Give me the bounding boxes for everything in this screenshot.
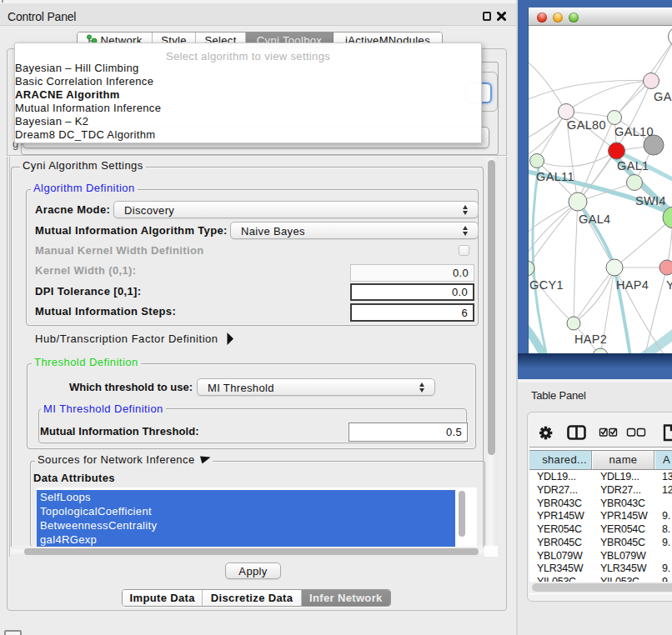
svg-text:HAP2: HAP2 <box>574 332 607 346</box>
svg-text:Y: Y <box>666 278 672 292</box>
svg-text:SWI4: SWI4 <box>635 194 666 208</box>
svg-text:GAL4: GAL4 <box>579 212 610 226</box>
svg-text:HAP4: HAP4 <box>616 278 649 292</box>
svg-text:GAL11: GAL11 <box>536 170 574 183</box>
svg-text:GCY1: GCY1 <box>529 278 564 292</box>
svg-text:GAL10: GAL10 <box>614 125 654 138</box>
svg-text:GAL1: GAL1 <box>617 159 649 172</box>
svg-text:GAL80: GAL80 <box>567 118 606 132</box>
svg-text:GAL: GAL <box>654 90 672 103</box>
